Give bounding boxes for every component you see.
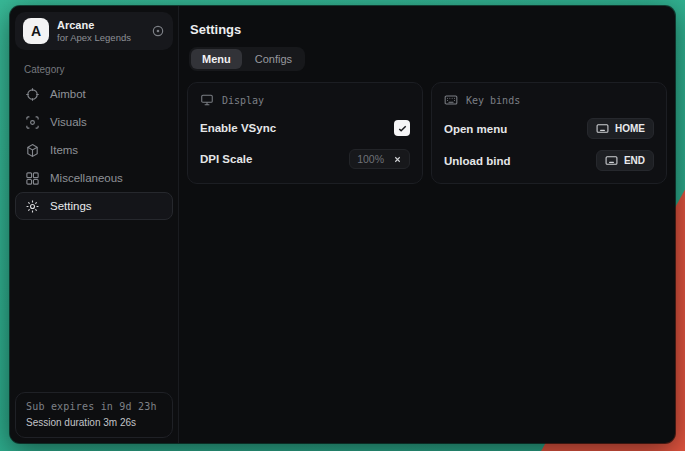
crosshair-icon	[25, 87, 40, 102]
brand-text: Arcane for Apex Legends	[57, 19, 131, 43]
sidebar-item-miscellaneous[interactable]: Miscellaneous	[15, 164, 173, 192]
category-label: Category	[24, 64, 173, 75]
vsync-checkbox[interactable]	[394, 120, 410, 136]
unload-keybind-button[interactable]: END	[596, 150, 654, 171]
open-menu-row: Open menu HOME	[444, 118, 654, 139]
package-icon	[25, 143, 40, 158]
app-window: A Arcane for Apex Legends Category	[10, 6, 675, 443]
tab-menu[interactable]: Menu	[191, 49, 242, 69]
brand-card: A Arcane for Apex Legends	[15, 12, 173, 50]
dpi-label: DPI Scale	[200, 153, 252, 165]
logo-letter: A	[31, 23, 41, 39]
gear-icon	[25, 199, 40, 214]
page-title: Settings	[190, 22, 667, 37]
eye-scan-icon	[25, 115, 40, 130]
display-card-title: Display	[222, 95, 264, 106]
keybinds-card: Key binds Open menu HOME	[431, 82, 667, 184]
app-name: Arcane	[57, 19, 131, 31]
keyboard-icon	[605, 154, 618, 167]
tab-bar: Menu Configs	[189, 47, 305, 71]
keyboard-icon	[596, 122, 609, 135]
dpi-scale-input[interactable]: 100%	[349, 149, 410, 169]
sidebar-item-label: Visuals	[50, 116, 87, 128]
keybind-value: HOME	[615, 123, 645, 134]
dpi-value: 100%	[357, 153, 384, 165]
open-menu-keybind-button[interactable]: HOME	[587, 118, 654, 139]
open-menu-label: Open menu	[444, 123, 507, 135]
display-card: Display Enable VSync DPI Scale	[187, 82, 423, 184]
vsync-label: Enable VSync	[200, 122, 276, 134]
game-background: A Arcane for Apex Legends Category	[0, 0, 685, 451]
keybind-value: END	[624, 155, 645, 166]
session-duration-text: Session duration 3m 26s	[26, 417, 162, 428]
sidebar-item-items[interactable]: Items	[15, 136, 173, 164]
main-content: Settings Menu Configs Display	[179, 6, 675, 443]
keyboard-icon	[444, 93, 458, 107]
keybinds-card-title: Key binds	[466, 95, 520, 106]
clear-icon[interactable]	[393, 155, 402, 164]
sidebar-item-label: Items	[50, 144, 78, 156]
sidebar: A Arcane for Apex Legends Category	[10, 6, 179, 443]
sub-expires-text: Sub expires in 9d 23h	[26, 401, 162, 412]
app-subtitle: for Apex Legends	[57, 32, 131, 43]
sidebar-item-label: Aimbot	[50, 88, 86, 100]
keybinds-card-header: Key binds	[444, 93, 654, 107]
monitor-icon	[200, 93, 214, 107]
sidebar-item-settings[interactable]: Settings	[15, 192, 173, 220]
unload-bind-label: Unload bind	[444, 155, 510, 167]
tab-configs[interactable]: Configs	[244, 49, 303, 69]
display-card-header: Display	[200, 93, 410, 107]
grid-icon	[25, 171, 40, 186]
sidebar-nav: Aimbot Visuals	[15, 80, 173, 220]
settings-cards: Display Enable VSync DPI Scale	[187, 82, 667, 184]
target-icon[interactable]	[151, 24, 165, 38]
sidebar-item-label: Miscellaneous	[50, 172, 123, 184]
session-info-card: Sub expires in 9d 23h Session duration 3…	[15, 392, 173, 438]
unload-bind-row: Unload bind END	[444, 150, 654, 171]
dpi-row: DPI Scale 100%	[200, 149, 410, 169]
sidebar-item-aimbot[interactable]: Aimbot	[15, 80, 173, 108]
vsync-row: Enable VSync	[200, 118, 410, 138]
sidebar-item-label: Settings	[50, 200, 92, 212]
app-logo: A	[23, 18, 49, 44]
sidebar-item-visuals[interactable]: Visuals	[15, 108, 173, 136]
